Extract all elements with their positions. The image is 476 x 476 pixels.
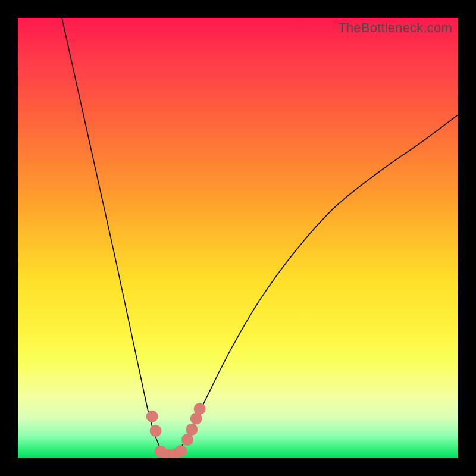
left-bead-2	[150, 425, 162, 437]
curve-markers	[146, 403, 206, 458]
bottleneck-curve	[62, 18, 458, 458]
right-bead-4	[194, 403, 206, 415]
chart-frame: TheBottleneck.com	[0, 0, 476, 476]
curve-layer	[18, 18, 458, 458]
right-bead-2	[186, 424, 198, 436]
left-bead-1	[146, 411, 158, 422]
plot-area: TheBottleneck.com	[18, 18, 458, 458]
bottom-bead-4	[175, 445, 187, 457]
